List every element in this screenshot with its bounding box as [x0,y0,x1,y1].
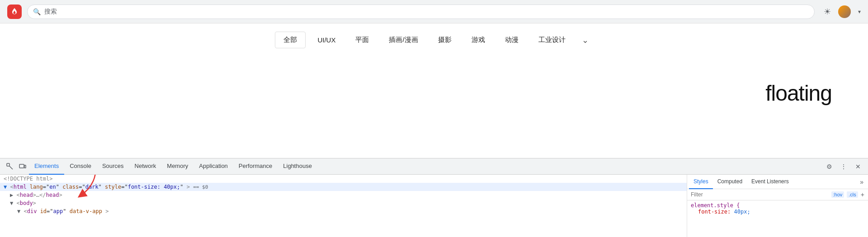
tab-application[interactable]: Application [193,158,233,175]
settings-icon[interactable]: ⚙ [823,160,835,173]
devtools-body: <!DOCTYPE html> ▼ <html lang="en" class=… [0,175,868,237]
html-line-div-app[interactable]: ▼ <div id="app" data-v-app > [0,207,687,215]
tab-memory[interactable]: Memory [161,158,193,175]
nav-item-illustration[interactable]: 插画/漫画 [381,32,426,48]
tab-console[interactable]: Console [64,158,97,175]
styles-tabs-more[interactable]: » [857,178,866,186]
styles-tab-computed[interactable]: Computed [713,175,747,189]
nav-item-flat[interactable]: 平面 [347,32,377,48]
html-line-html[interactable]: ▼ <html lang="en" class="dark" style="fo… [0,183,687,191]
tab-performance[interactable]: Performance [233,158,278,175]
close-devtools-icon[interactable]: ✕ [852,160,864,173]
flame-icon [10,7,19,16]
devtools-styles-panel: Styles Computed Event Listeners » :hov .… [687,175,868,237]
page-nav: 全部 UI/UX 平面 插画/漫画 摄影 游戏 动漫 工业设计 ⌄ [0,23,868,54]
add-style-button[interactable]: + [861,191,864,198]
html-line-doctype[interactable]: <!DOCTYPE html> [0,175,687,183]
page-content: 全部 UI/UX 平面 插画/漫画 摄影 游戏 动漫 工业设计 ⌄ floati… [0,23,868,158]
nav-item-game[interactable]: 游戏 [463,32,493,48]
nav-item-industrial[interactable]: 工业设计 [530,32,574,48]
search-icon: 🔍 [33,8,41,15]
profile-dropdown-arrow[interactable]: ▾ [858,9,861,15]
topbar-right: ☀ ▾ [824,5,861,18]
nav-item-all[interactable]: 全部 [275,32,306,48]
devtools-panel: Elements Console Sources Network Memory … [0,158,868,237]
avatar[interactable] [838,5,851,18]
html-line-body[interactable]: ▼ <body> [0,199,687,207]
styles-tab-event-listeners[interactable]: Event Listeners [747,175,793,189]
svg-rect-2 [19,164,24,168]
nav-more-button[interactable]: ⌄ [577,33,593,48]
browser-topbar: 🔍 搜索 ☀ ▾ [0,0,868,23]
more-options-icon[interactable]: ⋮ [837,160,850,173]
floating-word: floating [765,81,832,106]
tab-elements[interactable]: Elements [29,158,64,175]
devtools-right-icons: ⚙ ⋮ ✕ [823,160,864,173]
css-selector-line: element.style { [691,202,864,209]
svg-rect-0 [7,163,9,166]
styles-tabs-bar: Styles Computed Event Listeners » [687,175,868,189]
styles-filter-bar: :hov .cls + [687,189,868,200]
filter-cls-button[interactable]: .cls [847,191,858,198]
tab-sources[interactable]: Sources [97,158,129,175]
styles-tab-styles[interactable]: Styles [689,175,713,189]
styles-filter-input[interactable] [691,191,829,198]
app-favicon [7,5,22,19]
filter-hov-button[interactable]: :hov [831,191,844,198]
address-bar[interactable]: 🔍 搜索 [27,5,815,19]
nav-item-anime[interactable]: 动漫 [497,32,527,48]
svg-line-1 [9,166,13,169]
html-line-head[interactable]: ▶ <head>…</head> [0,191,687,199]
tab-network[interactable]: Network [129,158,162,175]
device-toggle-icon[interactable] [16,160,29,173]
search-text: 搜索 [44,8,57,16]
tab-lighthouse[interactable]: Lighthouse [278,158,317,175]
devtools-tabs-bar: Elements Console Sources Network Memory … [0,158,868,175]
styles-content: element.style { font-size: 40px; [687,200,868,217]
css-prop-line: font-size: 40px; [691,209,864,215]
theme-icon[interactable]: ☀ [824,7,831,17]
svg-rect-3 [24,165,26,168]
nav-item-uiux[interactable]: UI/UX [309,33,344,47]
nav-item-photo[interactable]: 摄影 [430,32,460,48]
devtools-html-panel: <!DOCTYPE html> ▼ <html lang="en" class=… [0,175,687,237]
inspect-element-icon[interactable] [4,160,16,173]
